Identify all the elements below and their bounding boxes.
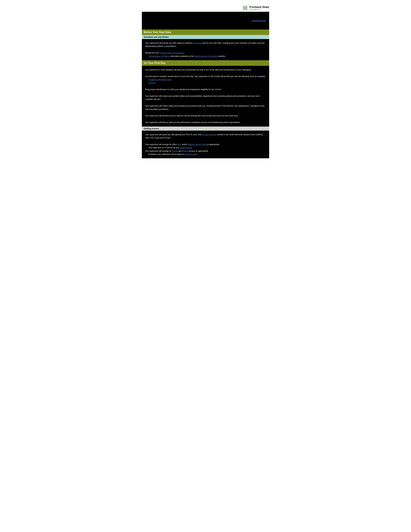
phone-text-after: access as appropriate. <box>188 150 209 152</box>
phone-link[interactable]: Phone <box>172 150 178 152</box>
first-day-text6: Your supervisor will introduce you to st… <box>145 114 266 117</box>
logo-text: Portland State UNIVERSITY <box>250 6 269 10</box>
email-text-after: . <box>192 147 192 149</box>
business-cards-text-before: If needed, your supervisor will arrange … <box>148 153 184 155</box>
building-access-cards-link[interactable]: building access cards <box>188 143 206 146</box>
employee-info-form-link[interactable]: Employee Information form <box>148 78 171 81</box>
first-day-heading: On Your First Day <box>142 60 269 66</box>
keys-text-after: as appropriate. <box>206 143 220 146</box>
top-banner: sskbre@pdx.edu <box>142 12 269 29</box>
email-text-before: Your supervisor or IT will set up your <box>148 147 180 149</box>
first-day-text3: Bring proper identification to verify yo… <box>145 88 266 91</box>
page-container: Portland State UNIVERSITY sskbre@pdx.edu… <box>137 0 274 162</box>
id-card-text-before: Your supervisor will assist you with get… <box>145 133 202 136</box>
first-day-text4: Your supervisor will review your positio… <box>145 95 266 101</box>
phone-text-middle: and <box>178 150 182 152</box>
block2-text-end: information available on the <box>169 55 194 57</box>
i9-form-link[interactable]: I-9 Form <box>148 82 156 84</box>
keys-text-middle: and/or <box>181 143 188 146</box>
id-card-services-link[interactable]: ID Card Services <box>202 133 217 136</box>
getting-access-heading: Getting Access <box>142 127 269 131</box>
transportation-parking-link[interactable]: Transportation & Parking <box>148 55 169 57</box>
keys-text-before: Your supervisor will arrange for office <box>145 143 177 146</box>
first-day-text1: Your supervisor or their designee will g… <box>145 68 266 71</box>
getting-access-block: Your supervisor will assist you with get… <box>142 131 269 159</box>
header: Portland State UNIVERSITY <box>142 3 269 12</box>
business-cards-link[interactable]: business cards <box>184 153 197 155</box>
before-start-heading: Before Your Start Date <box>142 29 269 35</box>
email-area: sskbre@pdx.edu <box>145 19 266 22</box>
block2-text-before: Review the PSU <box>145 52 160 54</box>
first-day-text7: Your supervisor will discuss with you th… <box>145 121 266 124</box>
first-day-text2: You will need to complete several forms … <box>145 75 266 78</box>
documents-link[interactable]: documents <box>192 42 202 44</box>
block1-text-before: Your supervisor will provide you with co… <box>145 42 192 44</box>
first-day-text5: Your supervisor will review safety and e… <box>145 104 266 111</box>
new-employee-onboarding-link[interactable]: New Employee Onboarding <box>194 55 218 57</box>
email-account-link[interactable]: email account <box>180 147 192 149</box>
schedule-duties-heading: Schedule and Job Duties <box>142 35 269 39</box>
block2-text-final: website. <box>218 55 225 57</box>
logo-area: Portland State UNIVERSITY <box>242 5 269 11</box>
contact-email-link[interactable]: sskbre@pdx.edu <box>252 19 266 22</box>
first-day-block: Your supervisor or their designee will g… <box>142 66 269 127</box>
business-cards-text-after: . <box>197 153 198 155</box>
phone-text-before: Your supervisor will arrange for <box>145 150 172 152</box>
keys-link[interactable]: keys <box>177 143 181 146</box>
before-start-block1: Your supervisor will provide you with co… <box>142 39 269 60</box>
campus-maps-link[interactable]: campus maps and directions <box>160 52 184 54</box>
internet-link[interactable]: internet <box>182 150 188 152</box>
psu-logo-icon <box>242 5 248 11</box>
